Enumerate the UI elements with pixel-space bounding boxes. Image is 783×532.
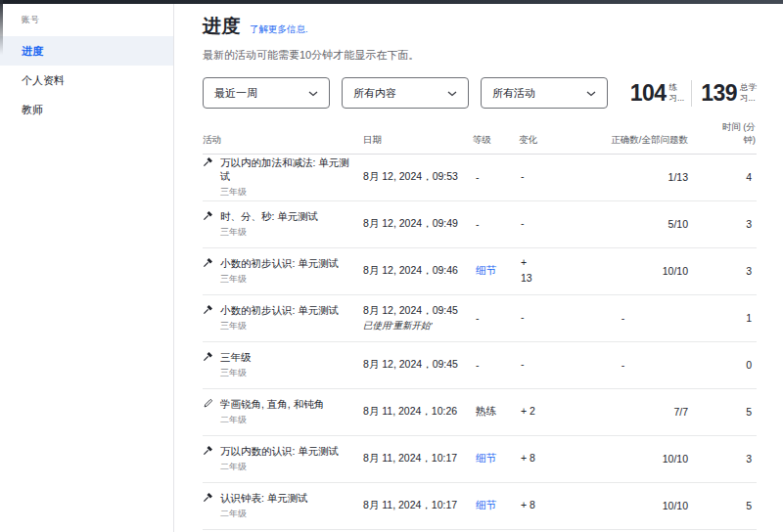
level-value: - <box>476 218 480 230</box>
dart-icon <box>203 351 213 362</box>
change-cell: - <box>519 216 558 232</box>
dart-icon <box>203 445 213 456</box>
change-cell: - <box>519 169 558 185</box>
window-top-edge <box>0 0 783 4</box>
chevron-down-icon <box>586 87 596 99</box>
level-value: - <box>476 171 480 183</box>
level-value: 熟练 <box>476 405 496 417</box>
activity-cell: 万以内的加法和减法: 单元测试 三年级 <box>203 155 363 199</box>
col-header-time: 时间 (分钟) <box>688 121 756 147</box>
activity-grade: 三年级 <box>220 367 252 379</box>
activity-grade: 三年级 <box>220 186 355 199</box>
stat-value: 139 <box>701 80 737 107</box>
activity-title: 万以内数的认识: 单元测试 <box>220 444 339 458</box>
col-header-activity: 活动 <box>203 134 363 147</box>
correct-cell: 10/10 <box>558 265 688 277</box>
level-value: - <box>476 312 480 324</box>
col-header-date: 日期 <box>363 134 473 147</box>
level-cell: - - <box>473 218 519 230</box>
activity-title: 时、分、秒: 单元测试 <box>220 209 318 223</box>
level-cell: - - <box>473 171 519 183</box>
table-row: 三年级 三年级 8月 12, 2024，09:45 - - - - 0 <box>203 342 757 389</box>
activity-cell: 学画锐角, 直角, 和钝角 二年级 <box>203 397 363 426</box>
activity-type-dropdown[interactable]: 所有活动 <box>481 77 608 109</box>
sidebar-item-teachers[interactable]: 教师 <box>0 95 173 124</box>
correct-cell: 5/10 <box>558 218 688 230</box>
date-cell: 8月 12, 2024，09:45 <box>363 358 473 372</box>
change-cell: + 2 <box>519 404 558 420</box>
level-value: - <box>476 359 480 371</box>
level-cell: 细节 细节 <box>473 499 519 512</box>
stat-divider <box>691 80 692 107</box>
time-cell: 5 <box>688 406 756 418</box>
table-row: 小数的初步认识: 单元测试 三年级 8月 12, 2024，09:45 已使用‘… <box>203 295 757 342</box>
date-cell: 8月 12, 2024，09:46 <box>363 264 473 278</box>
level-detail-link[interactable]: 细节 <box>476 499 496 510</box>
chevron-down-icon <box>447 87 457 99</box>
activity-title: 认识钟表: 单元测试 <box>220 491 308 505</box>
activity-grade: 二年级 <box>220 508 308 520</box>
date-note: 已使用‘重新开始’ <box>363 320 473 332</box>
dart-icon <box>203 156 213 167</box>
date-cell: 8月 11, 2024，10:17 <box>363 452 473 466</box>
content-type-dropdown[interactable]: 所有内容 <box>342 77 469 109</box>
stat-total-minutes: 139 总学 习... <box>701 80 757 107</box>
date-cell: 8月 11, 2024，10:17 <box>363 499 473 512</box>
correct-cell: - <box>558 312 688 324</box>
table-row: 小数的初步认识: 单元测试 三年级 8月 12, 2024，09:46 细节 细… <box>203 248 757 295</box>
level-cell: - - <box>473 312 519 324</box>
level-cell: - - <box>473 359 519 371</box>
time-cell: 3 <box>688 453 756 465</box>
activity-grade: 三年级 <box>220 320 339 332</box>
activity-cell: 认识钟表: 单元测试 二年级 <box>203 491 363 520</box>
summary-stats: 104 练 习... 139 总学 习... <box>630 80 757 107</box>
learn-more-link[interactable]: 了解更多信息. <box>250 23 308 36</box>
activity-table: 活动 日期 等级 变化 正确数/全部问题数 时间 (分钟) 万以内的加法和减法:… <box>203 121 757 530</box>
correct-cell: - <box>558 359 688 371</box>
time-cell: 1 <box>688 312 756 324</box>
table-row: 万以内数的认识: 单元测试 二年级 8月 11, 2024，10:17 细节 细… <box>203 436 757 483</box>
date-range-dropdown[interactable]: 最近一周 <box>203 77 330 109</box>
table-header-row: 活动 日期 等级 变化 正确数/全部问题数 时间 (分钟) <box>203 121 757 155</box>
table-row: 时、分、秒: 单元测试 三年级 8月 12, 2024，09:49 - - - … <box>203 201 757 248</box>
dart-icon <box>203 257 213 268</box>
dart-icon <box>203 210 213 221</box>
activity-grade: 三年级 <box>220 226 318 239</box>
sidebar-item-progress[interactable]: 进度 <box>0 36 173 66</box>
change-cell: + 8 <box>519 498 558 513</box>
change-cell: - <box>519 357 558 373</box>
level-detail-link[interactable]: 细节 <box>476 264 496 276</box>
sidebar-item-profile[interactable]: 个人资料 <box>0 66 173 95</box>
sidebar: 账号 进度 个人资料 教师 <box>0 0 174 532</box>
activity-title: 小数的初步认识: 单元测试 <box>220 303 339 317</box>
pencil-icon <box>203 398 213 409</box>
app-window: 账号 进度 个人资料 教师 进度 了解更多信息. 最新的活动可能需要10分钟才能… <box>0 0 783 532</box>
dropdown-value: 所有内容 <box>353 86 396 101</box>
correct-cell: 10/10 <box>558 500 688 511</box>
dropdown-value: 所有活动 <box>492 86 535 101</box>
time-cell: 5 <box>688 500 756 511</box>
correct-cell: 7/7 <box>558 406 688 418</box>
correct-cell: 1/13 <box>558 171 688 183</box>
activity-title: 小数的初步认识: 单元测试 <box>220 256 339 270</box>
activity-title: 学画锐角, 直角, 和钝角 <box>220 397 324 411</box>
change-cell: + 8 <box>519 451 558 466</box>
activity-title: 万以内的加法和减法: 单元测试 <box>220 155 355 183</box>
page-title: 进度 <box>203 14 241 39</box>
change-cell: - <box>519 310 558 326</box>
col-header-correct: 正确数/全部问题数 <box>558 134 688 147</box>
table-row: 学画锐角, 直角, 和钝角 二年级 8月 11, 2024，10:26 熟练 熟… <box>203 389 757 436</box>
level-detail-link[interactable]: 细节 <box>476 452 496 464</box>
stat-label: 练 习... <box>669 82 685 104</box>
correct-cell: 10/10 <box>558 453 688 465</box>
date-cell: 8月 11, 2024，10:26 <box>363 405 473 419</box>
date-cell: 8月 12, 2024，09:49 <box>363 217 473 231</box>
activity-grade: 二年级 <box>220 461 339 473</box>
level-cell: 细节 细节 <box>473 264 519 278</box>
activity-cell: 小数的初步认识: 单元测试 三年级 <box>203 256 363 286</box>
activity-grade: 二年级 <box>220 414 324 426</box>
sidebar-item-label: 教师 <box>22 103 43 117</box>
activity-grade: 三年级 <box>220 273 339 286</box>
date-cell: 8月 12, 2024，09:53 <box>363 170 473 184</box>
page-header: 进度 了解更多信息. <box>203 14 757 39</box>
